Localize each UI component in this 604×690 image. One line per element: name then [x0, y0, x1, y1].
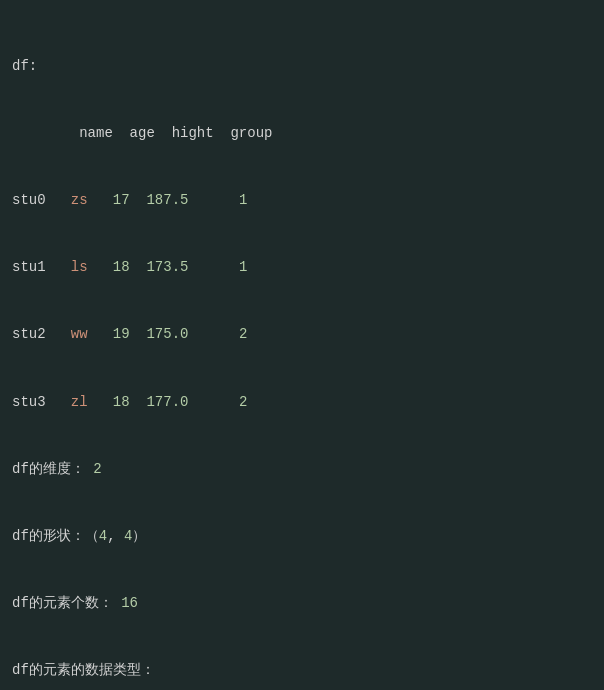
code-output: df: name age hight group stu0 zs 17 187.…: [12, 10, 592, 690]
line-shape: df的形状：（4, 4）: [12, 525, 592, 547]
line-dtypes-label: df的元素的数据类型：: [12, 659, 592, 681]
line-stu3: stu3 zl 18 177.0 2: [12, 391, 592, 413]
line-header: name age hight group: [12, 122, 592, 144]
line-df-label: df:: [12, 55, 592, 77]
line-stu1: stu1 ls 18 173.5 1: [12, 256, 592, 278]
line-stu0: stu0 zs 17 187.5 1: [12, 189, 592, 211]
line-stu2: stu2 ww 19 175.0 2: [12, 323, 592, 345]
line-dim: df的维度： 2: [12, 458, 592, 480]
line-size: df的元素个数： 16: [12, 592, 592, 614]
